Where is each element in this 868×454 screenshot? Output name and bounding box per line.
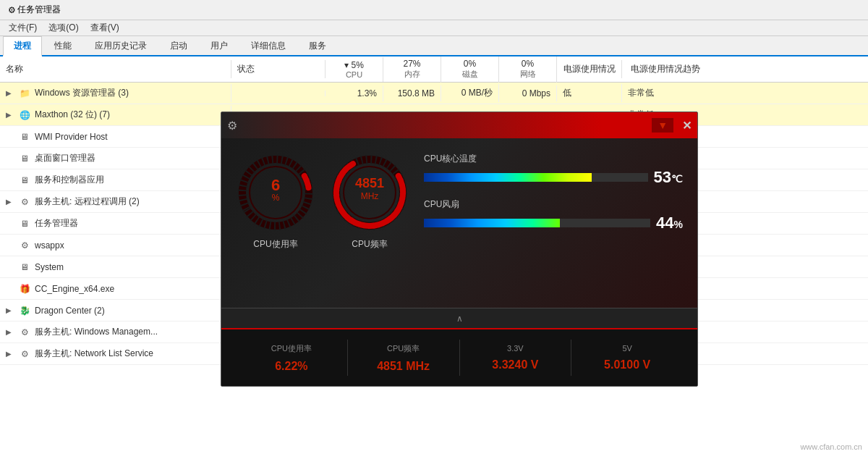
col-header-network[interactable]: 0% 网络 bbox=[499, 56, 557, 83]
process-icon: ⚙ bbox=[19, 240, 30, 251]
menu-view[interactable]: 查看(V) bbox=[85, 20, 125, 35]
bottom-3v3: 3.3V 3.3240 V bbox=[460, 344, 571, 371]
fan-stat: CPU风扇 44% bbox=[424, 198, 683, 232]
bottom-5v-label: 5V bbox=[622, 344, 631, 353]
col-header-memory[interactable]: 27% 内存 bbox=[383, 56, 441, 83]
bottom-cpu-freq: CPU频率 4851 MHz bbox=[348, 343, 459, 373]
process-name: ▶ ⚙ wsappx bbox=[0, 237, 231, 254]
overlay-settings-icon[interactable]: ⚙ bbox=[227, 119, 237, 133]
process-power-trend: 非常低 bbox=[622, 84, 709, 102]
process-power: 低 bbox=[557, 84, 622, 102]
tab-processes[interactable]: 进程 bbox=[3, 36, 42, 56]
process-name: ▶ ⚙ 服务主机: 远程过程调用 (2) bbox=[0, 193, 231, 211]
tab-services[interactable]: 服务 bbox=[298, 36, 337, 55]
process-status bbox=[231, 91, 326, 96]
fan-bar-row: 44% bbox=[424, 214, 683, 232]
bottom-5v: 5V 5.0100 V bbox=[571, 344, 683, 371]
bottom-3v3-value: 3.3240 V bbox=[492, 358, 538, 371]
col-header-name[interactable]: 名称 bbox=[0, 60, 231, 78]
process-name: ▶ ⚙ 服务主机: Network List Service bbox=[0, 345, 231, 363]
cpu-usage-canvas: 6 % bbox=[236, 153, 315, 232]
process-icon: 🐉 bbox=[19, 305, 30, 316]
main-content: 名称 状态 ▾ 5% CPU 27% 内存 0% 磁盘 0% 网络 电源使用情况… bbox=[0, 56, 868, 454]
fan-value: 44% bbox=[656, 214, 683, 232]
expand-icon[interactable]: ▶ bbox=[6, 350, 14, 358]
expand-icon[interactable]: ▶ bbox=[6, 306, 14, 314]
process-name: ▶ 🖥 桌面窗口管理器 bbox=[0, 149, 231, 167]
fan-bar-fill bbox=[424, 219, 560, 227]
bottom-cpu-usage-label: CPU使用率 bbox=[271, 343, 312, 354]
expand-icon[interactable]: ▶ bbox=[6, 328, 14, 336]
temp-label: CPU核心温度 bbox=[424, 153, 683, 165]
process-name: ▶ 🌐 Maxthon (32 位) (7) bbox=[0, 106, 231, 124]
title-bar-text: 任务管理器 bbox=[17, 4, 61, 16]
table-header: 名称 状态 ▾ 5% CPU 27% 内存 0% 磁盘 0% 网络 电源使用情况… bbox=[0, 56, 868, 83]
process-icon: 🖥 bbox=[19, 153, 30, 164]
temp-bar-bg bbox=[424, 173, 648, 182]
process-cpu: 1.3% bbox=[326, 85, 383, 101]
process-name: ▶ 🖥 WMI Provider Host bbox=[0, 128, 231, 146]
temp-bar-fill bbox=[424, 173, 592, 182]
process-disk: 0 MB/秒 bbox=[441, 84, 499, 102]
expand-icon[interactable]: ▶ bbox=[6, 89, 14, 97]
temp-stat: CPU核心温度 53℃ bbox=[424, 153, 683, 187]
process-icon: 🖥 bbox=[19, 261, 30, 273]
title-bar: ⚙ 任务管理器 bbox=[0, 0, 868, 20]
bottom-cpu-freq-label: CPU频率 bbox=[387, 343, 420, 354]
col-header-power-trend[interactable]: 电源使用情况趋势 bbox=[622, 60, 709, 78]
bottom-cpu-usage: CPU使用率 6.22% bbox=[236, 343, 347, 373]
process-name: ▶ 🎁 CC_Engine_x64.exe bbox=[0, 280, 231, 298]
tab-performance[interactable]: 性能 bbox=[43, 36, 82, 55]
table-row[interactable]: ▶ 📁 Windows 资源管理器 (3) 1.3% 150.8 MB 0 MB… bbox=[0, 83, 868, 104]
process-icon: ⚙ bbox=[19, 196, 30, 208]
process-name: ▶ 🖥 服务和控制器应用 bbox=[0, 171, 231, 189]
temp-value: 53℃ bbox=[654, 168, 683, 187]
process-icon: 🌐 bbox=[19, 109, 30, 121]
bottom-cpu-freq-value: 4851 MHz bbox=[377, 360, 430, 373]
svg-text:6: 6 bbox=[271, 176, 280, 194]
cpu-freq-canvas: 4851 MHz bbox=[330, 153, 409, 232]
overlay-minimize-icon[interactable]: ▼ bbox=[652, 118, 673, 133]
tab-app-history[interactable]: 应用历史记录 bbox=[84, 36, 158, 55]
tab-startup[interactable]: 启动 bbox=[159, 36, 198, 55]
process-name: ▶ 🐉 Dragon Center (2) bbox=[0, 302, 231, 319]
menu-file[interactable]: 文件(F) bbox=[3, 20, 43, 35]
process-name: ▶ 🖥 System bbox=[0, 258, 231, 276]
sort-arrow: ▾ bbox=[344, 60, 351, 70]
process-icon: 🎁 bbox=[19, 283, 30, 295]
stats-area: CPU核心温度 53℃ CPU风扇 bbox=[424, 153, 683, 293]
watermark: www.cfan.com.cn bbox=[800, 442, 862, 451]
gauges-area: 6 % CPU使用率 bbox=[236, 153, 409, 293]
col-header-power[interactable]: 电源使用情况 bbox=[557, 60, 622, 78]
fan-bar-bg bbox=[424, 219, 650, 227]
process-name: ▶ 🖥 任务管理器 bbox=[0, 214, 231, 232]
fan-label: CPU风扇 bbox=[424, 198, 683, 211]
process-icon: 🖥 bbox=[19, 175, 30, 186]
process-icon: 📁 bbox=[19, 88, 30, 99]
temp-bar-row: 53℃ bbox=[424, 168, 683, 187]
process-icon: 🖥 bbox=[19, 218, 30, 230]
cpu-freq-label: CPU频率 bbox=[352, 238, 387, 251]
expand-icon[interactable]: ▶ bbox=[6, 198, 14, 206]
cpu-freq-gauge: 4851 MHz CPU频率 bbox=[330, 153, 409, 251]
cpu-usage-label: CPU使用率 bbox=[253, 238, 297, 251]
overlay-titlebar: ⚙ ▼ ✕ bbox=[221, 112, 697, 138]
expand-icon[interactable]: ▶ bbox=[6, 111, 14, 119]
col-header-disk[interactable]: 0% 磁盘 bbox=[441, 56, 499, 83]
menu-options[interactable]: 选项(O) bbox=[43, 20, 84, 35]
collapse-arrow-icon: ∧ bbox=[456, 314, 463, 324]
overlay-main: 6 % CPU使用率 bbox=[221, 138, 697, 308]
cpu-usage-gauge: 6 % CPU使用率 bbox=[236, 153, 315, 251]
bottom-5v-value: 5.0100 V bbox=[604, 358, 650, 371]
process-network: 0 Mbps bbox=[499, 85, 557, 101]
tab-users[interactable]: 用户 bbox=[200, 36, 239, 55]
tab-details[interactable]: 详细信息 bbox=[240, 36, 297, 55]
bottom-3v3-label: 3.3V bbox=[507, 344, 524, 353]
overlay-collapse-bar[interactable]: ∧ bbox=[221, 308, 697, 328]
process-name: ▶ 📁 Windows 资源管理器 (3) bbox=[0, 84, 231, 102]
col-header-status[interactable]: 状态 bbox=[231, 60, 326, 78]
overlay-close-icon[interactable]: ✕ bbox=[682, 119, 692, 133]
process-memory: 150.8 MB bbox=[383, 85, 441, 101]
col-header-cpu[interactable]: ▾ 5% CPU bbox=[326, 57, 383, 82]
svg-text:MHz: MHz bbox=[361, 191, 379, 201]
